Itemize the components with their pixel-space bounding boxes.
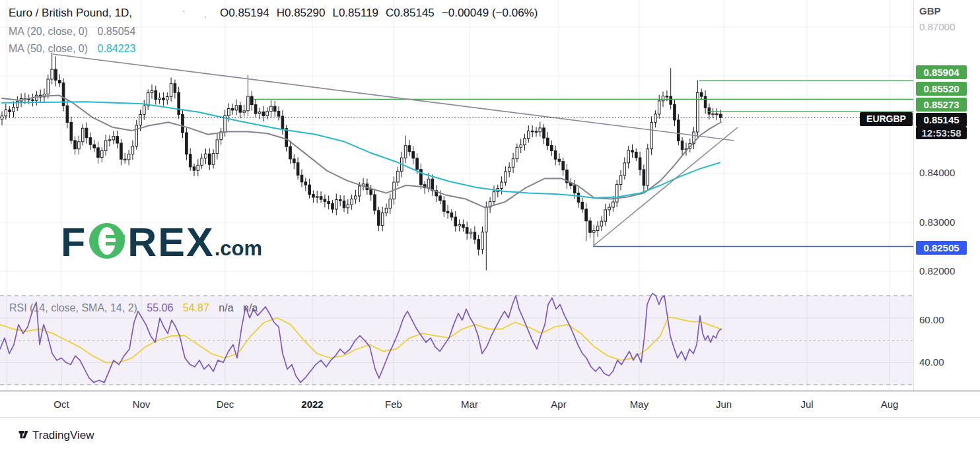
trading-chart-app: F REX .com Euro / British Pound, 1D, · .… xyxy=(0,0,980,454)
ma50-value: 0.84223 xyxy=(98,43,136,54)
price-axis-label: 60.00 xyxy=(919,314,944,325)
blue-price-badge: 0.82505 xyxy=(916,241,967,255)
legend-separator-dot: · xyxy=(182,5,186,16)
change-value: −0.00049 (−0.06%) xyxy=(442,7,538,19)
last-price-badge: 0.85145 xyxy=(916,113,967,127)
tradingview-attribution[interactable]: TradingView xyxy=(18,429,94,442)
trendline[interactable] xyxy=(593,127,738,246)
green-price-badge: 0.85904 xyxy=(916,65,967,79)
ma20-label: MA (20, close, 0) xyxy=(9,26,88,37)
price-axis-label: 0.87000 xyxy=(919,21,955,32)
low-value: L0.85119 xyxy=(332,7,378,19)
time-axis-label: Apr xyxy=(551,399,566,410)
forex-o-icon xyxy=(88,222,126,263)
time-axis-label: May xyxy=(630,399,648,410)
green-price-badge: 0.85520 xyxy=(916,82,967,96)
price-axis-label: 0.84000 xyxy=(919,167,955,178)
tradingview-logo-icon xyxy=(18,430,28,442)
chart-svg[interactable] xyxy=(0,0,980,416)
forex-com-watermark: F REX .com xyxy=(61,222,262,263)
time-axis-label: Nov xyxy=(133,399,151,410)
ticker-price-label: EURGBP xyxy=(860,112,913,126)
rsi-value: 55.06 xyxy=(147,302,173,313)
ma20-value: 0.85054 xyxy=(98,26,136,37)
symbol-legend[interactable]: Euro / British Pound, 1D, xyxy=(9,7,132,20)
time-axis-label: Aug xyxy=(881,399,899,410)
watermark-rex: REX xyxy=(127,222,214,263)
bar-countdown-timer: 12:53:58 xyxy=(916,127,967,139)
currency-label: GBP xyxy=(919,5,941,16)
price-axis[interactable]: GBP 0.870000.840000.830000.8200060.0040.… xyxy=(913,0,980,416)
ma20-line[interactable] xyxy=(2,96,721,208)
watermark-com: .com xyxy=(215,237,262,261)
rsi-legend[interactable]: RSI (14, close, SMA, 14, 2) 55.06 54.87 … xyxy=(9,302,264,314)
price-axis-label: 0.83000 xyxy=(919,216,955,228)
time-axis-label: 2022 xyxy=(301,399,323,410)
open-value: O0.85194 xyxy=(220,7,269,19)
ma50-legend[interactable]: MA (50, close, 0) 0.84223 xyxy=(9,43,135,55)
tradingview-brand-text: TradingView xyxy=(32,429,94,442)
time-axis-label: Oct xyxy=(53,399,69,410)
rsi-label: RSI (14, close, SMA, 14, 2) xyxy=(9,302,137,313)
watermark-f: F xyxy=(61,222,87,263)
rsi-signal-value: 54.87 xyxy=(183,302,209,313)
close-value: C0.85145 xyxy=(386,7,435,19)
time-axis-label: Jul xyxy=(800,399,813,410)
rsi-na2: n/a xyxy=(243,302,258,313)
time-axis-label: Feb xyxy=(385,399,402,410)
high-value: H0.85290 xyxy=(277,7,326,19)
legend-separator-dot2: . xyxy=(204,9,207,20)
price-axis-label: 0.82000 xyxy=(919,265,955,276)
rsi-na1: n/a xyxy=(219,302,233,313)
ma50-label: MA (50, close, 0) xyxy=(9,43,88,54)
symbol-title[interactable]: Euro / British Pound, 1D, xyxy=(9,7,132,19)
ma20-legend[interactable]: MA (20, close, 0) 0.85054 xyxy=(9,26,135,38)
green-price-badge: 0.85273 xyxy=(916,98,967,112)
time-axis[interactable]: OctNovDec2022FebMarAprMayJunJulAug xyxy=(0,391,980,418)
time-axis-label: Dec xyxy=(217,399,234,410)
time-axis-label: Mar xyxy=(461,399,478,410)
time-axis-label: Jun xyxy=(716,399,732,410)
price-axis-label: 40.00 xyxy=(919,356,944,368)
ohlc-values: O0.85194H0.85290L0.85119C0.85145−0.00049… xyxy=(220,7,545,20)
ma50-line[interactable] xyxy=(2,102,720,198)
